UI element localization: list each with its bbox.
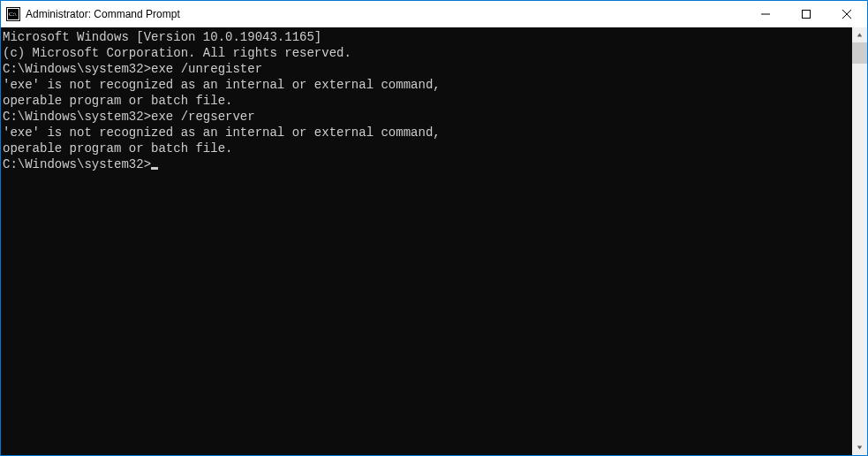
console-line: Microsoft Windows [Version 10.0.19043.11… [3, 29, 852, 45]
minimize-button[interactable] [745, 1, 786, 27]
console-prompt: C:\Windows\system32> [3, 157, 151, 171]
scroll-up-button[interactable] [852, 27, 867, 42]
svg-marker-8 [857, 33, 863, 36]
maximize-button[interactable] [786, 1, 826, 27]
command-prompt-window: C:\ Administrator: Command Prompt Micros… [0, 0, 868, 456]
window-title: Administrator: Command Prompt [26, 8, 180, 20]
cmd-icon: C:\ [6, 7, 20, 21]
text-cursor [151, 167, 158, 170]
close-button[interactable] [826, 1, 867, 27]
scroll-down-button[interactable] [852, 440, 867, 455]
svg-text:C:\: C:\ [9, 11, 17, 18]
svg-marker-9 [857, 445, 863, 449]
scroll-track[interactable] [852, 42, 867, 440]
svg-rect-5 [803, 11, 811, 19]
scroll-thumb[interactable] [852, 42, 867, 64]
console-line: 'exe' is not recognized as an internal o… [3, 77, 852, 93]
titlebar[interactable]: C:\ Administrator: Command Prompt [1, 1, 867, 27]
console-area: Microsoft Windows [Version 10.0.19043.11… [1, 27, 867, 455]
console-output[interactable]: Microsoft Windows [Version 10.0.19043.11… [1, 27, 852, 455]
console-line: C:\Windows\system32>exe /regserver [3, 109, 852, 125]
console-line: 'exe' is not recognized as an internal o… [3, 125, 852, 141]
console-line: C:\Windows\system32>exe /unregister [3, 61, 852, 77]
vertical-scrollbar[interactable] [852, 27, 867, 455]
console-line: (c) Microsoft Corporation. All rights re… [3, 45, 852, 61]
console-line: operable program or batch file. [3, 141, 852, 156]
console-prompt-line[interactable]: C:\Windows\system32> [3, 156, 852, 172]
console-line: operable program or batch file. [3, 93, 852, 109]
window-controls [745, 1, 867, 27]
